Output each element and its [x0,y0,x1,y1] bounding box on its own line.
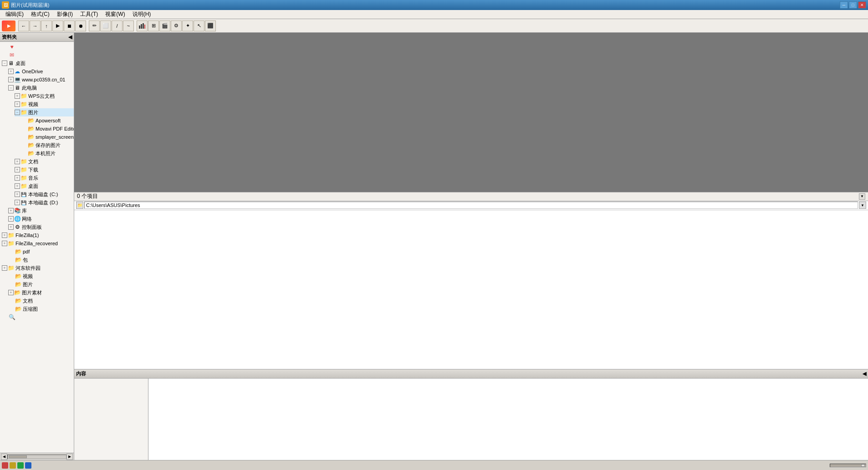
menu-edit[interactable]: 编辑(E) [2,10,27,19]
sidebar-item-network[interactable]: + 🌐 网络 [8,215,74,223]
up-button[interactable]: ↑ [41,20,52,31]
line-tool[interactable]: / [112,20,123,31]
content-collapse-icon[interactable]: ◀ [863,371,866,377]
expander-email [2,52,8,58]
sidebar-item-thispc[interactable]: − 🖥 此电脑 [8,84,74,92]
sidebar-item-pc01[interactable]: + 💻 www.pc0359.cn_01 [8,76,74,84]
sidebar-hscroll[interactable]: ◀ ▶ [0,453,74,460]
sidebar-item-saved[interactable]: 📂 保存的图片 [21,141,74,149]
sidebar-item-bao[interactable]: 📂 包 [8,256,74,264]
sidebar-tree[interactable]: ♥ ✉ − 🖥 桌面 + ☁ OneDrive [0,42,74,453]
menu-view[interactable]: 视窗(W) [102,10,128,19]
camera-icon: 📂 [27,150,35,157]
status-dot-yellow[interactable] [10,462,16,469]
sidebar-collapse-icon[interactable]: ◀ [68,34,72,40]
maximize-button[interactable]: □ [849,1,857,9]
minimize-button[interactable]: ─ [840,1,848,9]
expander-pics-sub [8,281,15,288]
sidebar-item-music[interactable]: + 📁 音乐 [15,174,74,182]
expander-videos: + [15,101,20,107]
status-dot-blue[interactable] [25,462,31,469]
puzzle-btn[interactable]: ⬛ [205,20,216,31]
content-section-header: 内容 ◀ [74,369,868,379]
zoom-thumb[interactable] [861,464,865,467]
menu-format[interactable]: 格式(C) [27,10,53,19]
expander-pictures: − [15,110,20,115]
sidebar-item-desktop2[interactable]: + 📁 桌面 [15,182,74,190]
app-icon: 🖼 [2,1,9,9]
film-btn[interactable]: 🎬 [159,20,170,31]
forward-button[interactable]: → [30,20,41,31]
stop-button[interactable]: ⏹ [64,20,75,31]
hscroll-right-btn[interactable]: ▶ [66,454,73,460]
title-bar: 🖼 图片(试用期届满) ─ □ ✕ [0,0,868,10]
sidebar-item-hedong[interactable]: + 📁 河东软件园 [2,264,74,272]
chart-btn[interactable] [137,20,148,31]
smplayer-icon: 📂 [27,133,35,141]
expander-docs: + [15,159,20,164]
expander-filezilla1: + [2,232,7,238]
sidebar-item-search[interactable]: 🔍 [2,313,74,321]
sidebar-item-controlpanel[interactable]: + ⚙ 控制面板 [8,223,74,231]
svg-rect-3 [144,25,145,29]
back-button[interactable]: ← [18,20,29,31]
sidebar-item-compressed[interactable]: 📂 压缩图 [8,305,74,313]
thispc-icon: 🖥 [14,84,21,91]
pics-sub-label: 图片 [23,281,33,288]
sidebar-item-onedrive[interactable]: + ☁ OneDrive [8,67,74,76]
hscroll-left-btn[interactable]: ◀ [1,454,7,460]
sidebar-item-drived[interactable]: + 💾 本地磁盘 (D:) [15,198,74,207]
path-input[interactable]: C:\Users\ASUS\Pictures [84,202,858,209]
hscroll-track[interactable] [7,455,66,459]
sidebar-item-videos-sub[interactable]: 📂 视频 [8,272,74,280]
hedong-label: 河东软件园 [15,265,41,272]
menu-help[interactable]: 说明(H) [129,10,155,19]
settings-btn[interactable]: ⚙ [171,20,182,31]
sidebar-item-filezilla1[interactable]: + 📁 FileZilla(1) [2,231,74,239]
close-button[interactable]: ✕ [858,1,866,9]
svg-rect-1 [141,24,142,29]
bao-label: 包 [23,257,28,263]
sidebar-item-smplayer[interactable]: 📂 smplayer_screens [21,133,74,141]
hscroll-thumb[interactable] [9,455,27,458]
sidebar-item-pics-sub[interactable]: 📂 图片 [8,280,74,288]
status-dot-green[interactable] [17,462,24,469]
grid-btn[interactable]: ⊞ [148,20,159,31]
title-left: 🖼 图片(试用期届满) [2,1,49,9]
pen-tool[interactable]: ✏ [89,20,100,31]
sidebar-item-camera[interactable]: 📂 本机照片 [21,149,74,157]
sidebar-item-wps[interactable]: + 📁 WPS云文档 [15,92,74,100]
sidebar-item-videos[interactable]: + 📁 视频 [15,100,74,108]
sidebar-item-favorites[interactable]: ♥ [2,43,74,51]
rect-tool[interactable]: ⬜ [100,20,111,31]
sidebar-item-pdf[interactable]: 📂 pdf [8,248,74,256]
sidebar-item-desktop[interactable]: − 🖥 桌面 [2,59,74,67]
preview-area [74,33,868,192]
zoom-bar[interactable] [830,464,866,467]
menu-tools[interactable]: 工具(T) [77,10,102,19]
sidebar-item-apowersoft[interactable]: 📂 Apowersoft [21,116,74,125]
sidebar-item-pic-material[interactable]: + 📂 图片素材 [8,288,74,297]
network-icon: 🌐 [14,215,21,222]
path-dropdown-btn[interactable]: ▼ [859,202,866,209]
record-button[interactable]: ⏺ [75,20,86,31]
sidebar-item-library[interactable]: + 📚 库 [8,207,74,215]
menu-image[interactable]: 影像(I) [53,10,77,19]
sidebar-item-docs[interactable]: + 📁 文档 [15,157,74,166]
sidebar-item-filezilla-recovered[interactable]: + 📁 FileZilla_recovered [2,239,74,248]
status-dot-red[interactable] [2,462,8,469]
star-btn[interactable]: ✦ [182,20,193,31]
curve-tool[interactable]: ~ [123,20,134,31]
pointer-btn[interactable]: ↖ [194,20,204,31]
sidebar-item-drivec[interactable]: + 💾 本地磁盘 (C:) [15,190,74,198]
play-button[interactable]: ▶ [52,20,63,31]
expander-pc01: + [8,77,14,82]
main-container: 资料夹 ◀ ♥ ✉ − 🖥 桌面 + [0,33,868,460]
window-controls: ─ □ ✕ [840,1,866,9]
sidebar-item-docs-sub[interactable]: 📂 文档 [8,297,74,305]
sidebar-item-downloads[interactable]: + 📁 下载 [15,166,74,174]
items-bar-btn[interactable]: ▼ [859,193,865,200]
sidebar-item-pictures[interactable]: − 📁 图片 [15,108,74,116]
sidebar-item-email[interactable]: ✉ [2,51,74,59]
sidebar-item-movavi[interactable]: 📂 Movavi PDF Edito [21,125,74,133]
